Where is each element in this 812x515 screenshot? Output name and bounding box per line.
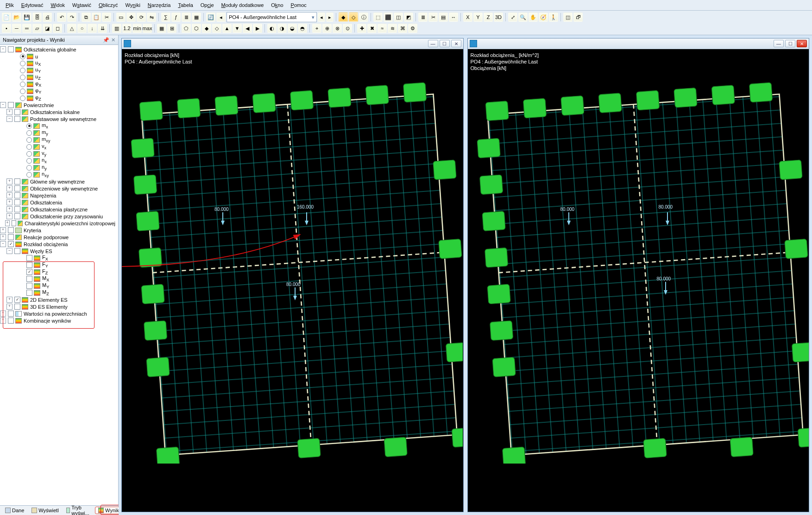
- tb2-g-icon[interactable]: ◀: [243, 24, 252, 33]
- radio-icon[interactable]: [26, 123, 32, 129]
- tree-surfaces[interactable]: −Powierzchnie: [0, 102, 118, 108]
- tb-loadcase-left-icon[interactable]: ◂: [318, 13, 325, 22]
- tb-pan-icon[interactable]: ✋: [529, 13, 538, 22]
- tb2-results-max-icon[interactable]: max: [143, 24, 152, 33]
- tb2-k-icon[interactable]: ◒: [288, 24, 297, 33]
- tb-results-val-icon[interactable]: ⓘ: [359, 13, 368, 22]
- tree-result-combinations[interactable]: +Kombinacje wyników: [0, 317, 118, 324]
- close-button[interactable]: ✕: [797, 40, 807, 47]
- tb-open-icon[interactable]: 📂: [12, 13, 21, 22]
- radio-icon[interactable]: [20, 89, 25, 94]
- expand-toggle[interactable]: [19, 130, 25, 135]
- radio-icon[interactable]: [26, 158, 32, 164]
- menu-addons[interactable]: Moduły dodatkowe: [219, 2, 267, 8]
- tb2-lineload-icon[interactable]: ⇊: [98, 24, 107, 33]
- checkbox-icon[interactable]: [14, 297, 20, 303]
- expand-toggle[interactable]: [13, 75, 18, 80]
- expand-toggle[interactable]: +: [6, 185, 13, 191]
- expand-toggle[interactable]: [13, 82, 18, 87]
- tree-basic-force-item[interactable]: ny: [0, 164, 118, 171]
- expand-toggle[interactable]: [19, 290, 25, 295]
- expand-toggle[interactable]: +: [6, 213, 13, 219]
- checkbox-icon[interactable]: [8, 102, 14, 108]
- tree-basic-force-item[interactable]: my: [0, 129, 118, 136]
- tb2-d-icon[interactable]: ◇: [212, 24, 221, 33]
- tree-basic-force-item[interactable]: nxy: [0, 171, 118, 178]
- radio-icon[interactable]: [20, 82, 25, 87]
- tb-new-icon[interactable]: 📄: [2, 13, 11, 22]
- tree-surface-other[interactable]: +Odkształcenia: [0, 199, 118, 206]
- expand-toggle[interactable]: [13, 61, 18, 66]
- sidebar-tab-dane[interactable]: Dane: [2, 507, 27, 514]
- radio-icon[interactable]: [26, 130, 32, 136]
- expand-toggle[interactable]: +: [5, 220, 10, 226]
- tb-mirror-icon[interactable]: ⇋: [147, 13, 156, 22]
- radio-icon[interactable]: [20, 68, 25, 73]
- expand-toggle[interactable]: [19, 158, 25, 163]
- tb-zoom-win-icon[interactable]: 🔍: [518, 13, 528, 22]
- checkbox-icon[interactable]: [26, 255, 32, 261]
- radio-icon[interactable]: [26, 137, 32, 143]
- tree-global-deformations[interactable]: −Odkształcenia globalne: [0, 46, 118, 53]
- tb2-m-icon[interactable]: ⌖: [312, 24, 321, 33]
- radio-icon[interactable]: [26, 172, 32, 178]
- tb2-opening-icon[interactable]: ◻: [53, 24, 62, 33]
- expand-toggle[interactable]: +: [6, 206, 13, 212]
- checkbox-icon[interactable]: [8, 46, 14, 52]
- checkbox-icon[interactable]: [8, 318, 14, 324]
- checkbox-icon[interactable]: [26, 290, 32, 296]
- tb2-results-min-icon[interactable]: min: [132, 24, 142, 33]
- tb2-fe-refine-icon[interactable]: ⊞: [167, 24, 176, 33]
- tree-fe-node-item[interactable]: MX: [0, 275, 118, 282]
- radio-icon[interactable]: [20, 61, 25, 66]
- tb2-q-icon[interactable]: ✚: [357, 24, 366, 33]
- viewport-left[interactable]: Rozkład obciążenia [kN] PO4 : Außergewöh…: [122, 49, 463, 512]
- tb-window-cascade-icon[interactable]: 🗗: [573, 13, 583, 22]
- expand-toggle[interactable]: [19, 262, 25, 267]
- checkbox-icon[interactable]: [14, 199, 20, 205]
- tb-window-tile-icon[interactable]: ◫: [563, 13, 573, 22]
- tree-fe-node-item[interactable]: MY: [0, 282, 118, 289]
- tb2-support-icon[interactable]: △: [67, 24, 76, 33]
- tb-misc-3-icon[interactable]: ◫: [394, 13, 403, 22]
- menu-compute[interactable]: Obliczyć: [96, 2, 121, 8]
- tb-layers-icon[interactable]: ≣: [418, 13, 428, 22]
- tb-print-icon[interactable]: 🖨: [43, 13, 52, 22]
- expand-toggle[interactable]: −: [0, 46, 6, 52]
- tb-redo-icon[interactable]: ↷: [67, 13, 76, 22]
- expand-toggle[interactable]: [13, 68, 18, 73]
- tree-fe-nodes[interactable]: −Węzły ES: [0, 248, 118, 254]
- checkbox-icon[interactable]: [26, 262, 32, 268]
- checkbox-icon[interactable]: [8, 311, 14, 317]
- expand-toggle[interactable]: [19, 144, 25, 149]
- tree-local-def[interactable]: +Odkształcenia lokalne: [0, 108, 118, 115]
- tb2-results-panel-icon[interactable]: ▥: [112, 24, 121, 33]
- tree-global-def-item[interactable]: u: [0, 53, 118, 60]
- expand-toggle[interactable]: +: [6, 192, 13, 198]
- tb2-results-values-icon[interactable]: 1.2: [122, 24, 132, 33]
- tb2-hinge-icon[interactable]: ○: [77, 24, 87, 33]
- tb2-node-icon[interactable]: •: [2, 24, 11, 33]
- tb2-i-icon[interactable]: ◐: [267, 24, 277, 33]
- tree-global-def-item[interactable]: φX: [0, 81, 118, 88]
- radio-icon[interactable]: [20, 95, 25, 101]
- tb2-n-icon[interactable]: ⊕: [322, 24, 332, 33]
- tree-fe-node-item[interactable]: MZ: [0, 289, 118, 296]
- tb2-j-icon[interactable]: ◑: [277, 24, 287, 33]
- minimize-button[interactable]: —: [774, 40, 784, 47]
- tb-view-iso-icon[interactable]: 3D: [494, 13, 503, 22]
- menu-tools[interactable]: Narzędzia: [145, 2, 174, 8]
- tb-misc-1-icon[interactable]: ⬚: [373, 13, 383, 22]
- expand-toggle[interactable]: +: [6, 199, 13, 205]
- menu-table[interactable]: Tabela: [175, 2, 195, 8]
- viewport-right[interactable]: Rozkład obciążenia_ [kN/m^2] PO4 : Außer…: [468, 49, 809, 512]
- expand-toggle[interactable]: [19, 172, 25, 177]
- expand-toggle[interactable]: +: [6, 297, 13, 303]
- checkbox-icon[interactable]: [14, 192, 20, 198]
- results-tree[interactable]: −Odkształcenia globalneuuXuYuZφXφYφZ−Pow…: [0, 45, 118, 505]
- tree-global-def-item[interactable]: uX: [0, 60, 118, 67]
- expand-toggle[interactable]: +: [0, 227, 6, 233]
- tb2-s-icon[interactable]: ≈: [378, 24, 387, 33]
- sidebar-tab-tryb[interactable]: Tryb wyświ...: [63, 504, 94, 515]
- tb-calc2-icon[interactable]: ƒ: [171, 13, 181, 22]
